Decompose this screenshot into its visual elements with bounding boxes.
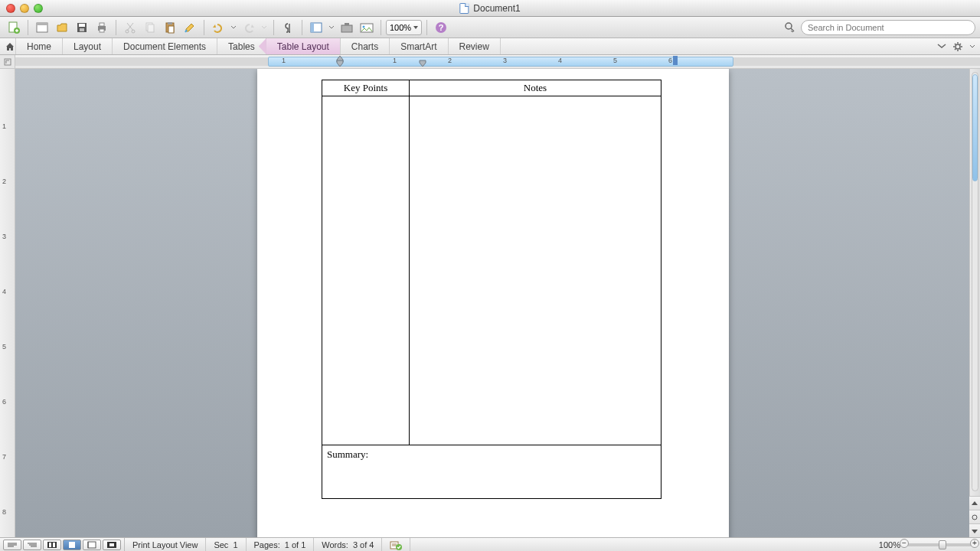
tab-document-elements[interactable]: Document Elements [113,38,217,54]
svg-rect-27 [5,59,11,65]
ruler-margin-right [733,57,980,66]
view-label-cell: Print Layout View [125,538,206,551]
tab-label: Review [459,41,489,52]
ruler-tick: 4 [558,57,562,64]
ribbon-right [937,38,980,54]
table-boundary-marker[interactable] [672,55,678,66]
svg-point-22 [363,25,365,28]
tab-charts[interactable]: Charts [341,38,390,54]
redo-dropdown[interactable] [260,19,269,36]
gear-icon[interactable] [952,41,963,52]
tab-smartart[interactable]: SmartArt [390,38,448,54]
paste-button[interactable] [161,19,179,36]
zoom-combo[interactable]: 100% [386,20,422,35]
chevron-down-icon [413,26,418,29]
tab-review[interactable]: Review [449,38,501,54]
close-window-button[interactable] [6,4,15,13]
horizontal-ruler[interactable]: 1 1 2 3 4 5 6 [15,55,980,68]
words-value: 3 of 4 [353,540,374,549]
svg-rect-8 [100,23,104,26]
left-indent-marker[interactable] [336,60,342,68]
table-header-notes[interactable]: Notes [410,80,662,96]
section-cell[interactable]: Sec 1 [206,538,246,551]
vertical-ruler[interactable]: 1 2 3 4 5 6 7 8 [0,69,15,537]
tab-table-layout[interactable]: Table Layout [266,38,341,54]
pages-label: Pages: [254,540,280,549]
draft-view-button[interactable] [3,540,21,550]
search-field[interactable] [801,20,975,35]
show-formatting-button[interactable] [279,19,297,36]
tab-home[interactable]: Home [15,38,63,54]
outline-view-button[interactable] [23,540,41,550]
browse-object-button[interactable] [969,510,980,523]
toolbar-separator [273,20,274,35]
media-browser-button[interactable] [358,19,376,36]
vertical-scrollbar[interactable] [972,72,978,491]
zoom-out-button[interactable]: − [900,539,909,548]
new-document-button[interactable] [5,19,23,36]
window-title-group: Document1 [459,3,520,14]
sidebar-dropdown[interactable] [327,19,336,36]
document-canvas[interactable]: Key Points Notes Summary: [15,69,969,537]
search-icon [784,21,796,34]
zoom-window-button[interactable] [34,4,43,13]
ruler-corner[interactable] [0,55,15,68]
table-header-keypoints[interactable]: Key Points [322,80,410,96]
right-indent-marker[interactable] [419,60,425,68]
notebook-view-button[interactable] [83,540,101,550]
ribbon-dropdown-icon[interactable] [969,42,975,51]
next-page-button[interactable] [969,523,980,537]
ribbon: Home Layout Document Elements Tables Tab… [0,38,980,55]
words-cell[interactable]: Words: 3 of 4 [314,538,382,551]
zoom-percent[interactable]: 100% [879,540,900,549]
document-icon [459,3,469,14]
cut-button[interactable] [121,19,139,36]
publishing-view-button[interactable] [43,540,61,550]
home-icon [5,38,15,54]
fullscreen-view-button[interactable] [103,540,121,550]
open-button[interactable] [53,19,71,36]
toolbar-separator [302,20,302,35]
scrollbar-thumb[interactable] [972,74,978,181]
spellcheck-cell[interactable] [382,538,410,551]
table-cell-keypoints[interactable] [322,96,410,445]
zoom-in-button[interactable]: + [970,539,979,548]
zoom-slider[interactable]: − + [905,543,974,546]
tab-label: Charts [351,41,378,52]
sidebar-toggle-button[interactable] [307,19,325,36]
toolbox-button[interactable] [338,19,356,36]
toolbar-separator [426,20,427,35]
svg-rect-3 [37,23,47,25]
right-gutter [969,69,980,537]
pages-cell[interactable]: Pages: 1 of 1 [247,538,315,551]
toolbar-separator [116,20,116,35]
cornell-table[interactable]: Key Points Notes Summary: [322,80,662,499]
redo-button[interactable] [240,19,258,36]
help-button[interactable]: ? [432,19,450,36]
undo-button[interactable] [209,19,227,36]
tab-layout[interactable]: Layout [63,38,113,54]
ribbon-collapse-icon[interactable] [937,42,946,51]
svg-rect-18 [311,23,314,32]
table-cell-summary[interactable]: Summary: [322,445,662,499]
table-cell-notes[interactable] [410,96,662,445]
ruler-margin-left [15,57,268,66]
search-input[interactable] [808,23,969,32]
minimize-window-button[interactable] [20,4,29,13]
ruler-tick: 3 [503,57,507,64]
svg-rect-9 [100,29,104,32]
print-button[interactable] [93,19,111,36]
svg-rect-34 [88,542,96,548]
svg-rect-19 [341,25,352,32]
svg-point-25 [786,23,792,29]
svg-rect-16 [168,26,174,33]
format-painter-button[interactable] [181,19,199,36]
open-template-button[interactable] [33,19,51,36]
save-button[interactable] [73,19,91,36]
page-nav-buttons [969,496,980,537]
undo-dropdown[interactable] [229,19,238,36]
print-layout-view-button[interactable] [63,540,81,550]
copy-button[interactable] [141,19,159,36]
zoom-slider-thumb[interactable] [939,540,946,549]
prev-page-button[interactable] [969,496,980,510]
